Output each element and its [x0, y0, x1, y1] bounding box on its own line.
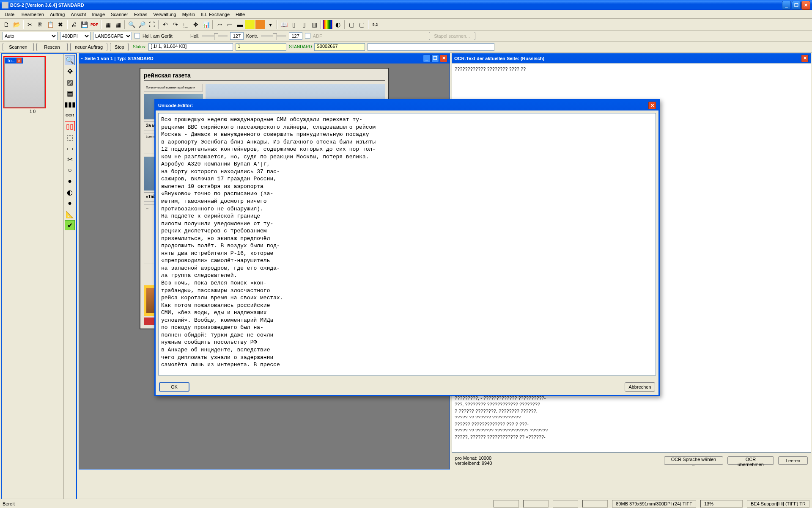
close-button[interactable]: ✕ [801, 1, 810, 10]
zoom-tool-icon[interactable]: 🔍 [65, 55, 75, 65]
hell-value[interactable]: 127 [230, 32, 244, 40]
thumb-close-icon[interactable]: × [16, 58, 22, 63]
fill-black-icon[interactable]: ● [65, 176, 75, 186]
app-icon [2, 2, 8, 8]
select-tool-icon[interactable]: ▭ [65, 143, 75, 153]
hell-geraet-checkbox[interactable] [134, 33, 140, 39]
unicode-textarea[interactable] [158, 113, 656, 375]
tool-a-icon[interactable]: ▢ [347, 20, 356, 29]
check-icon[interactable]: ✔ [65, 220, 75, 230]
ok-button[interactable]: OK [159, 382, 189, 392]
histogram-icon[interactable]: 📊 [201, 20, 211, 29]
rainbow-icon[interactable] [323, 20, 332, 29]
menu-hilfe[interactable]: Hilfe [233, 11, 248, 18]
dropdown-icon[interactable]: ▾ [266, 20, 275, 29]
menu-extras[interactable]: Extras [131, 11, 150, 18]
ocr-tool-icon[interactable]: OCR [65, 110, 75, 120]
open-icon[interactable]: 📂 [12, 20, 21, 29]
save-icon[interactable]: 💾 [80, 20, 89, 29]
cancel-button[interactable]: Abbrechen [625, 382, 655, 392]
menu-datei[interactable]: Datei [2, 11, 19, 18]
kontr-value[interactable]: 127 [289, 32, 302, 40]
ocr-sprache-button[interactable]: OCR Sprache wählen ... [664, 456, 723, 465]
mask-tool-icon[interactable]: ▤ [65, 88, 75, 98]
measure-icon[interactable]: 📐 [65, 209, 75, 219]
border-icon[interactable]: ▭ [225, 20, 234, 29]
dialog-close-icon[interactable]: ✕ [648, 102, 656, 109]
document-header: ▪ Seite 1 von 1 | Typ: STANDARD _ ❐ ✕ [79, 53, 450, 63]
menu-image[interactable]: Image [89, 11, 108, 18]
circle-tool-icon[interactable]: ○ [65, 165, 75, 175]
page-field[interactable]: 1 [236, 43, 286, 51]
rescan-button[interactable]: Rescan [36, 43, 68, 51]
fill-solid-icon[interactable]: ● [65, 198, 75, 208]
erase-tool-icon[interactable]: ▨ [65, 77, 75, 87]
orient-select[interactable]: LANDSCAPE [93, 32, 132, 40]
adf-checkbox[interactable] [305, 33, 310, 39]
zoomout-icon[interactable]: 🔎 [137, 20, 146, 29]
pdf-icon[interactable]: PDF [90, 20, 99, 29]
dpi-select[interactable]: 400DPI [60, 32, 91, 40]
split-icon[interactable]: ▥ [310, 20, 319, 29]
menu-bearbeiten[interactable]: Bearbeiten [19, 11, 47, 18]
kontr-slider[interactable] [261, 32, 286, 40]
crop-tool-icon[interactable]: ⬚ [65, 132, 75, 142]
delete-icon[interactable]: ✖ [56, 20, 65, 29]
paste-icon[interactable]: 📋 [46, 20, 55, 29]
rotate-left-icon[interactable]: ↶ [161, 20, 170, 29]
copy-icon[interactable]: ⎘ [36, 20, 45, 29]
stapel-button[interactable]: Stapel scannen... [429, 32, 475, 40]
print-icon[interactable]: 🖨 [69, 20, 79, 29]
menu-ansicht[interactable]: Ansicht [68, 11, 89, 18]
doc-minimize-icon[interactable]: _ [423, 55, 431, 62]
stop-button[interactable]: Stop [110, 43, 129, 51]
menu-scanner[interactable]: Scanner [108, 11, 131, 18]
doc-close-icon[interactable]: ✕ [440, 55, 447, 62]
hell-slider[interactable] [202, 32, 228, 40]
fit-icon[interactable]: ⛶ [147, 20, 156, 29]
book-icon[interactable]: 📖 [279, 20, 288, 29]
newspaper-masthead: рейнская газета [144, 72, 191, 79]
scannen-button[interactable]: Scannen [3, 43, 34, 51]
ocr-leeren-button[interactable]: Leeren [778, 456, 808, 465]
mode-select[interactable]: Auto [3, 32, 58, 40]
ocr-close-icon[interactable]: ✕ [801, 55, 809, 62]
status-pct: 13% [700, 500, 743, 508]
cut-icon[interactable]: ✂ [25, 20, 35, 29]
menu-auftrag[interactable]: Auftrag [47, 11, 68, 18]
menu-mybib[interactable]: MyBib [179, 11, 198, 18]
dialog-titlebar[interactable]: Unicode-Editor: ✕ [156, 100, 658, 110]
move-icon[interactable]: ✥ [191, 20, 200, 29]
barcode-tool-icon[interactable]: ▮▮▮ [65, 99, 75, 109]
new-icon[interactable]: 🗋 [2, 20, 11, 29]
rotate-right-icon[interactable]: ↷ [171, 20, 180, 29]
thumbnail-panel: To...× 1 0 🔍 ✥ ▨ ▤ ▮▮▮ OCR ▯▯ ⬚ ▭ ✂ ○ ● … [1, 53, 77, 508]
split-left-icon[interactable]: ▯▯ [65, 121, 75, 131]
zoomin-icon[interactable]: 🔍 [127, 20, 136, 29]
ratio-icon[interactable]: 5,2 [370, 20, 380, 29]
menu-verwaltung[interactable]: Verwaltung [150, 11, 179, 18]
tool-b-icon[interactable]: ▢ [357, 20, 366, 29]
color2-icon[interactable] [255, 20, 265, 29]
neuer-auftrag-button[interactable]: neuer Auftrag [70, 43, 107, 51]
menu-illexchange[interactable]: ILL-Exchange [198, 11, 233, 18]
thumb1-icon[interactable]: ▦ [103, 20, 112, 29]
gray-icon[interactable]: ◐ [333, 20, 343, 29]
crop-icon[interactable]: ⬚ [181, 20, 190, 29]
cut-tool-icon[interactable]: ✂ [65, 154, 75, 164]
page1-icon[interactable]: ▯ [289, 20, 299, 29]
contrast-icon[interactable]: ◐ [65, 187, 75, 197]
mask-icon[interactable]: ▬ [235, 20, 244, 29]
color1-icon[interactable] [245, 20, 255, 29]
deskew-icon[interactable]: ▱ [215, 20, 224, 29]
minimize-button[interactable]: _ [782, 1, 791, 10]
standard-field[interactable]: S0002667 [314, 43, 365, 51]
thumb2-icon[interactable]: ▦ [113, 20, 123, 29]
ocr-uebernehmen-button[interactable]: OCR übernehmen [727, 456, 774, 465]
doc-maximize-icon[interactable]: ❐ [431, 55, 439, 62]
maximize-button[interactable]: ❐ [792, 1, 801, 10]
page2-icon[interactable]: ▯ [299, 20, 309, 29]
extra-field[interactable] [368, 43, 494, 51]
page-thumbnail[interactable]: To...× [3, 56, 46, 108]
pan-tool-icon[interactable]: ✥ [65, 66, 75, 76]
